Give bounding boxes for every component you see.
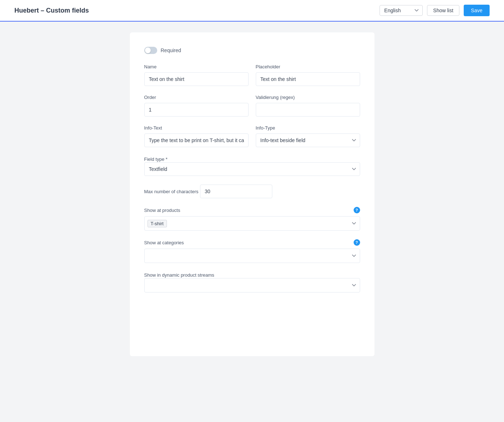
- show-in-dynamic-select[interactable]: [144, 278, 360, 292]
- info-text-group: Info-Text: [144, 125, 249, 147]
- show-at-categories-label: Show at categories: [144, 240, 184, 245]
- save-button[interactable]: Save: [464, 5, 490, 16]
- field-type-select[interactable]: Textfield Textarea Checkbox Select Numbe…: [144, 162, 360, 176]
- header-actions: English German French Show list Save: [380, 5, 490, 16]
- placeholder-group: Placeholder: [256, 64, 360, 86]
- language-select[interactable]: English German French: [380, 5, 423, 16]
- form-card: Required Name Placeholder Order Validier…: [130, 32, 374, 356]
- t-shirt-tag: T-shirt: [147, 220, 167, 227]
- placeholder-label: Placeholder: [256, 64, 360, 69]
- page-title: Huebert – Custom fields: [14, 7, 89, 14]
- order-validierung-row: Order Validierung (regex): [144, 95, 360, 117]
- show-in-dynamic-label: Show in dynamic product streams: [144, 272, 214, 278]
- validierung-input[interactable]: [256, 103, 360, 117]
- show-at-categories-label-row: Show at categories ?: [144, 239, 360, 246]
- name-label: Name: [144, 64, 249, 69]
- validierung-group: Validierung (regex): [256, 95, 360, 117]
- max-chars-input[interactable]: [200, 185, 272, 198]
- info-row: Info-Text Info-Type Info-text beside fie…: [144, 125, 360, 147]
- info-type-select[interactable]: Info-text beside field Info-text below f…: [256, 133, 360, 147]
- show-at-categories-select[interactable]: [144, 249, 360, 263]
- main-content: Required Name Placeholder Order Validier…: [0, 22, 504, 367]
- required-label: Required: [161, 47, 181, 53]
- info-text-input[interactable]: [144, 133, 249, 147]
- required-toggle[interactable]: [144, 47, 157, 54]
- show-at-products-group: Show at products ? T-shirt: [144, 207, 360, 231]
- show-list-button[interactable]: Show list: [427, 5, 459, 16]
- toggle-knob: [145, 47, 151, 53]
- name-placeholder-row: Name Placeholder: [144, 64, 360, 86]
- show-at-products-label-row: Show at products ?: [144, 207, 360, 213]
- info-type-group: Info-Type Info-text beside field Info-te…: [256, 125, 360, 147]
- max-chars-group: Max number of characters: [144, 185, 360, 198]
- show-at-categories-group: Show at categories ?: [144, 239, 360, 263]
- field-type-group: Field type * Textfield Textarea Checkbox…: [144, 156, 360, 176]
- validierung-label: Validierung (regex): [256, 95, 360, 100]
- name-group: Name: [144, 64, 249, 86]
- show-at-products-select[interactable]: T-shirt: [144, 216, 360, 231]
- info-type-label: Info-Type: [256, 125, 360, 131]
- order-label: Order: [144, 95, 249, 100]
- show-at-products-help-icon[interactable]: ?: [354, 207, 360, 213]
- show-at-products-label: Show at products: [144, 208, 180, 213]
- info-text-label: Info-Text: [144, 125, 249, 131]
- show-at-categories-help-icon[interactable]: ?: [354, 239, 360, 246]
- required-section: Required: [144, 47, 360, 54]
- name-input[interactable]: [144, 72, 249, 86]
- order-input[interactable]: [144, 103, 249, 117]
- show-in-dynamic-group: Show in dynamic product streams: [144, 272, 360, 292]
- order-group: Order: [144, 95, 249, 117]
- placeholder-input[interactable]: [256, 72, 360, 86]
- field-type-label: Field type *: [144, 156, 168, 162]
- max-chars-label: Max number of characters: [144, 189, 199, 194]
- header: Huebert – Custom fields English German F…: [0, 0, 504, 22]
